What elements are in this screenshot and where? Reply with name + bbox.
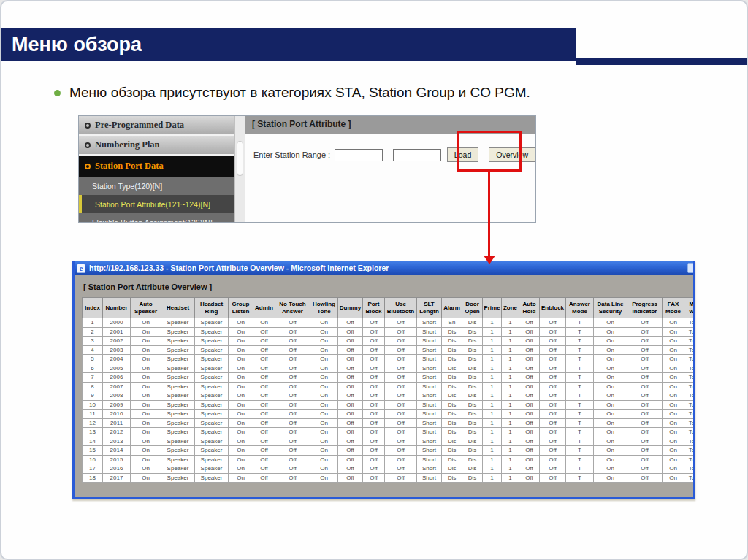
column-header: Headset	[161, 298, 195, 318]
table-cell: 1	[483, 428, 502, 437]
range-from-input[interactable]	[335, 149, 383, 161]
table-cell: On	[310, 418, 338, 428]
table-cell: Off	[385, 318, 417, 328]
column-header: Howling Tone	[310, 298, 338, 318]
table-cell: Off	[627, 455, 663, 464]
sidebar-item-label: Pre-Programmed Data	[95, 120, 184, 131]
table-cell: Dis	[442, 373, 462, 383]
table-cell: Off	[338, 455, 363, 464]
sidebar-item[interactable]: Station Type(120)[N]	[79, 177, 234, 195]
table-cell: On	[663, 473, 684, 483]
table-cell: Off	[275, 455, 310, 464]
table-cell: On	[594, 418, 627, 428]
table-cell: Off	[519, 418, 540, 428]
sidebar-item[interactable]: Pre-Programmed Data	[79, 116, 234, 136]
table-cell: Speaker	[161, 337, 195, 346]
table-cell: On	[131, 355, 161, 364]
table-cell: Short	[417, 400, 442, 410]
table-cell: Off	[627, 418, 663, 428]
table-cell: Off	[540, 327, 566, 337]
table-cell: 1	[502, 428, 519, 437]
ie-client-area: [ Station Port Attribute Overview ] Inde…	[75, 283, 693, 483]
table-cell: Off	[338, 391, 363, 401]
table-cell: Tone	[684, 446, 696, 456]
table-cell: Off	[363, 355, 385, 364]
table-cell: On	[229, 337, 253, 346]
table-cell: Off	[338, 327, 363, 337]
table-cell: Off	[385, 446, 417, 456]
table-cell: Dis	[442, 455, 462, 464]
table-cell: On	[594, 428, 627, 437]
table-cell: 18	[83, 473, 103, 483]
table-cell: Off	[253, 373, 275, 383]
table-cell: On	[229, 464, 253, 474]
table-cell: Off	[253, 437, 275, 446]
sidebar-item[interactable]: Flexible Button Assignment(126)[N]	[79, 213, 234, 223]
table-cell: Off	[385, 410, 417, 419]
table-cell: On	[229, 391, 253, 401]
table-cell: Off	[385, 327, 417, 337]
table-cell: T	[566, 428, 594, 437]
table-cell: T	[566, 418, 594, 428]
table-cell: Off	[338, 464, 363, 474]
column-header: Zone	[502, 298, 519, 318]
table-cell: T	[566, 364, 594, 373]
column-header: Enblock	[540, 298, 566, 318]
table-cell: Off	[253, 473, 275, 483]
table-cell: 2005	[103, 364, 131, 373]
table-cell: T	[566, 355, 594, 364]
table-cell: Off	[363, 446, 385, 456]
table-wrapper: IndexNumberAuto SpeakerHeadsetHeadset Ri…	[82, 297, 690, 483]
table-cell: On	[663, 373, 684, 383]
table-row: 62005OnSpeakerSpeakerOnOffOffOnOffOffOff…	[83, 364, 696, 373]
table-cell: Off	[253, 418, 275, 428]
table-cell: Speaker	[195, 446, 229, 456]
table-cell: On	[594, 318, 627, 328]
table-cell: Off	[275, 318, 310, 328]
column-header: Door Open	[462, 298, 483, 318]
table-cell: Off	[338, 418, 363, 428]
table-cell: Off	[338, 373, 363, 383]
table-cell: Off	[540, 391, 566, 401]
table-cell: 1	[502, 355, 519, 364]
sidebar-item[interactable]: Numbering Plan	[79, 136, 234, 156]
table-cell: Off	[519, 318, 540, 328]
sidebar-scrollbar[interactable]	[234, 116, 245, 222]
table-cell: Short	[417, 446, 442, 456]
table-cell: Off	[540, 473, 566, 483]
red-arrow-line	[488, 172, 490, 256]
table-cell: Off	[275, 410, 310, 419]
table-cell: Off	[338, 355, 363, 364]
range-to-input[interactable]	[393, 149, 441, 161]
scrollbar-thumb[interactable]	[237, 141, 243, 176]
table-cell: 1	[483, 355, 502, 364]
sidebar-item[interactable]: Station Port Attribute(121~124)[N]	[79, 195, 234, 213]
table-cell: Short	[417, 382, 442, 391]
table-cell: 2000	[103, 318, 131, 328]
column-header: Number	[103, 298, 131, 318]
table-cell: Off	[275, 373, 310, 383]
table-cell: Off	[338, 446, 363, 456]
table-cell: On	[663, 345, 684, 355]
table-cell: T	[566, 400, 594, 410]
table-cell: 1	[483, 318, 502, 328]
table-cell: Dis	[442, 364, 462, 373]
ie-titlebar[interactable]: e http://192.168.123.33 - Station Port A…	[75, 261, 693, 275]
table-cell: Dis	[442, 437, 462, 446]
highlight-rectangle	[457, 131, 522, 172]
titlebar-button-fragment[interactable]	[687, 263, 694, 273]
table-cell: On	[310, 382, 338, 391]
table-cell: Dis	[442, 355, 462, 364]
table-cell: 11	[83, 410, 103, 419]
table-cell: Dis	[462, 364, 483, 373]
table-cell: Speaker	[195, 428, 229, 437]
table-cell: On	[131, 364, 161, 373]
table-cell: On	[663, 382, 684, 391]
table-cell: On	[310, 428, 338, 437]
range-label: Enter Station Range :	[253, 150, 330, 159]
table-cell: 6	[83, 364, 103, 373]
table-cell: Off	[253, 382, 275, 391]
sidebar-item[interactable]: Station Port Data	[79, 156, 234, 177]
table-cell: On	[663, 410, 684, 419]
table-cell: T	[566, 455, 594, 464]
